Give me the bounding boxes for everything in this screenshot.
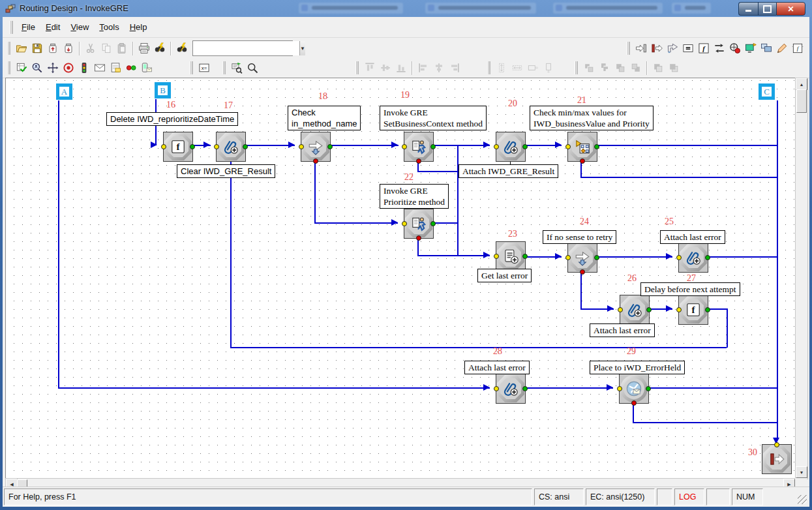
find-strategy-icon[interactable] [174, 40, 190, 56]
toolbar-gripper[interactable] [10, 21, 14, 34]
connector-marker-a[interactable]: A [56, 83, 72, 100]
block-if-check-in-method-name[interactable] [301, 132, 331, 162]
output-port[interactable] [594, 255, 599, 260]
input-port[interactable] [565, 255, 571, 260]
block-label[interactable]: Delay before next attempt [640, 282, 740, 296]
input-port[interactable] [299, 144, 304, 149]
strategy-flowchart[interactable]: ABCf16Delete IWD_reprioritizeDateTime17C… [5, 78, 796, 479]
block-label[interactable]: Invoke GRE Prioritize method [380, 184, 449, 209]
toggle-breakpoints-icon[interactable] [123, 60, 139, 76]
check-in-icon[interactable] [45, 40, 61, 56]
find-icon[interactable] [152, 40, 168, 56]
force-route-icon[interactable] [743, 40, 759, 56]
block-if-no-sense-to-retry[interactable] [567, 243, 597, 273]
menu-help[interactable]: Help [125, 19, 153, 35]
menu-tools[interactable]: Tools [94, 19, 124, 35]
locate-icon[interactable] [61, 60, 76, 76]
input-port[interactable] [402, 221, 407, 226]
scroll-up-button[interactable]: ▲ [796, 78, 807, 90]
input-port[interactable] [676, 255, 682, 260]
input-port[interactable] [617, 386, 622, 391]
block-label[interactable]: Check in_method_name [288, 106, 361, 130]
block-label[interactable]: Attach last error [590, 323, 655, 337]
entry-icon[interactable] [633, 40, 649, 56]
output-port[interactable] [646, 386, 651, 391]
error-port[interactable] [416, 235, 421, 241]
menu-edit[interactable]: Edit [40, 19, 65, 35]
output-port[interactable] [430, 221, 436, 226]
connector-marker-c[interactable]: C [759, 83, 775, 100]
block-label[interactable]: Invoke GRE SetBusinessContext method [380, 106, 487, 130]
input-port[interactable] [676, 307, 682, 312]
block-attach-last-error-25[interactable] [678, 243, 708, 273]
block-label[interactable]: Get last error [477, 269, 532, 282]
block-label[interactable]: Check min/max values for IWD_businessVal… [530, 106, 654, 130]
output-port[interactable] [243, 144, 248, 149]
chevron-down-icon[interactable]: ▼ [299, 41, 305, 55]
save-icon[interactable] [29, 40, 45, 56]
connector-marker-b[interactable]: B [155, 82, 171, 98]
expression-icon[interactable]: x= [196, 60, 212, 76]
output-port[interactable] [522, 144, 528, 149]
vertical-scroll-thumb[interactable] [796, 89, 807, 113]
block-attach-last-error-26[interactable] [620, 295, 650, 325]
input-port[interactable] [494, 254, 499, 259]
block-get-last-error[interactable] [496, 241, 526, 271]
close-button[interactable]: ✕ [776, 2, 805, 16]
block-attach-clear-gre-result[interactable] [216, 132, 246, 162]
send-message-icon[interactable] [92, 60, 108, 76]
output-port[interactable] [522, 386, 528, 391]
vertical-scrollbar[interactable]: ▲ ▼ [795, 78, 808, 479]
block-invoke-gre-setbusinesscontext[interactable] [404, 132, 434, 162]
output-port[interactable] [705, 307, 710, 312]
device-icon[interactable] [139, 60, 155, 76]
block-invoke-gre-prioritize[interactable] [404, 209, 434, 239]
block-label[interactable]: Place to iWD_ErrorHeld [590, 361, 685, 374]
block-label[interactable]: Attach IWD_GRE_Result [459, 164, 558, 178]
output-port[interactable] [646, 307, 652, 312]
find-in-strategy-icon[interactable] [29, 60, 45, 76]
error-port[interactable] [580, 158, 585, 164]
block-label[interactable]: Clear IWD_GRE_Result [177, 164, 275, 178]
block-attach-iwd-gre-result[interactable] [496, 132, 526, 162]
block-label[interactable]: Delete IWD_reprioritizeDateTime [106, 112, 238, 126]
comment-icon[interactable] [108, 60, 123, 76]
block-queue-place-to-iwd-errorheld[interactable] [619, 374, 649, 404]
target-selection-icon[interactable] [727, 40, 743, 56]
error-port[interactable] [416, 158, 421, 164]
minimize-button[interactable] [738, 2, 758, 16]
block-label[interactable]: Attach last error [660, 230, 725, 244]
input-port[interactable] [774, 442, 779, 447]
subroutine-icon[interactable]: f [790, 40, 805, 56]
error-port[interactable] [580, 269, 585, 275]
scroll-down-button[interactable]: ▼ [796, 466, 807, 478]
if-icon[interactable] [665, 40, 680, 56]
error-port[interactable] [313, 158, 318, 164]
multi-screen-icon[interactable] [759, 40, 774, 56]
block-label[interactable]: Attach last error [464, 361, 530, 374]
input-port[interactable] [402, 144, 407, 149]
maximize-button[interactable] [758, 2, 776, 16]
zoom-icon[interactable] [245, 60, 260, 76]
menu-view[interactable]: View [65, 19, 94, 35]
block-label[interactable]: If no sense to retry [543, 230, 616, 244]
input-port[interactable] [161, 144, 166, 149]
output-port[interactable] [327, 144, 333, 149]
output-port[interactable] [594, 144, 599, 149]
print-flow-icon[interactable] [229, 60, 245, 76]
assignment-icon[interactable] [680, 40, 696, 56]
input-port[interactable] [494, 386, 499, 391]
update-data-icon[interactable] [774, 40, 790, 56]
block-macro-check-minmax[interactable] [567, 132, 597, 162]
title-bar[interactable]: Routing Design - InvokeGRE ✕ [0, 0, 812, 17]
input-port[interactable] [494, 144, 499, 149]
resize-grip[interactable] [765, 488, 808, 505]
macro-icon[interactable] [712, 40, 727, 56]
input-port[interactable] [214, 144, 219, 149]
open-icon[interactable] [14, 40, 29, 56]
pan-icon[interactable] [45, 60, 61, 76]
input-port[interactable] [565, 144, 571, 149]
output-port[interactable] [705, 255, 710, 260]
menu-file[interactable]: File [16, 19, 40, 35]
search-input[interactable] [193, 41, 299, 55]
